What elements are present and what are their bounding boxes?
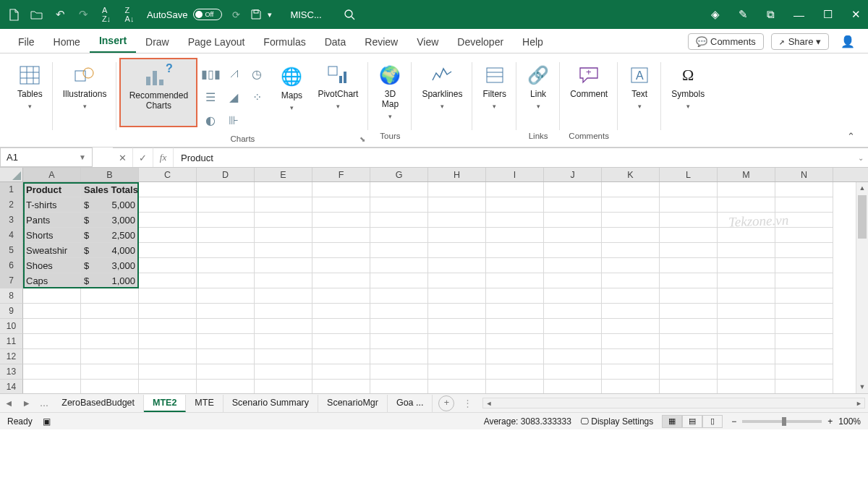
cell-G5[interactable] xyxy=(370,243,428,258)
cell-B10[interactable] xyxy=(81,319,139,334)
cell-E14[interactable] xyxy=(255,380,312,393)
row-header-12[interactable]: 12 xyxy=(0,349,23,364)
cell-F5[interactable] xyxy=(312,243,370,258)
row-header-3[interactable]: 3 xyxy=(0,213,23,228)
cell-J1[interactable] xyxy=(544,182,602,197)
zoom-in-icon[interactable]: + xyxy=(827,416,833,427)
select-all-corner[interactable] xyxy=(0,168,23,181)
cancel-formula-icon[interactable]: ✕ xyxy=(113,147,133,167)
cell-A6[interactable]: Shoes xyxy=(23,258,81,273)
cell-C10[interactable] xyxy=(139,319,197,334)
cell-D10[interactable] xyxy=(197,319,255,334)
cell-A2[interactable]: T-shirts xyxy=(23,197,81,213)
cell-I6[interactable] xyxy=(486,258,544,273)
sheet-tab-scenariomgr[interactable]: ScenarioMgr xyxy=(318,395,388,412)
formula-input[interactable]: Product ⌄ xyxy=(174,147,868,167)
cell-D3[interactable] xyxy=(197,213,255,228)
cell-H3[interactable] xyxy=(428,213,486,228)
scroll-up-icon[interactable]: ▲ xyxy=(856,182,868,194)
tab-data[interactable]: Data xyxy=(315,32,356,53)
cell-D7[interactable] xyxy=(197,273,255,288)
tab-file[interactable]: File xyxy=(9,32,44,53)
cell-A5[interactable]: Sweatshir xyxy=(23,243,81,258)
cell-E2[interactable] xyxy=(255,197,312,213)
cell-C11[interactable] xyxy=(139,334,197,349)
cell-N11[interactable] xyxy=(775,334,833,349)
cell-M14[interactable] xyxy=(718,380,775,393)
col-header-C[interactable]: C xyxy=(139,168,197,181)
cell-M9[interactable] xyxy=(718,304,775,319)
cell-F9[interactable] xyxy=(312,304,370,319)
cell-F7[interactable] xyxy=(312,273,370,288)
cell-G6[interactable] xyxy=(370,258,428,273)
zoom-out-icon[interactable]: − xyxy=(731,416,736,427)
minimize-icon[interactable]: — xyxy=(793,9,804,21)
cell-J11[interactable] xyxy=(544,334,602,349)
cell-C1[interactable] xyxy=(139,182,197,197)
cell-A11[interactable] xyxy=(23,334,81,349)
search-icon[interactable] xyxy=(344,9,357,20)
cell-I7[interactable] xyxy=(486,273,544,288)
cell-K4[interactable] xyxy=(602,228,660,243)
scroll-thumb[interactable] xyxy=(858,195,867,239)
cell-E7[interactable] xyxy=(255,273,312,288)
cell-N1[interactable] xyxy=(775,182,833,197)
cell-I10[interactable] xyxy=(486,319,544,334)
row-header-8[interactable]: 8 xyxy=(0,288,23,304)
insert-function-icon[interactable]: fx xyxy=(153,147,174,167)
cell-L11[interactable] xyxy=(660,334,718,349)
cell-C3[interactable] xyxy=(139,213,197,228)
cell-I4[interactable] xyxy=(486,228,544,243)
cell-L14[interactable] xyxy=(660,380,718,393)
cell-H2[interactable] xyxy=(428,197,486,213)
charts-dialog-launcher-icon[interactable]: ⬊ xyxy=(359,135,365,143)
filters-button[interactable]: Filters ▾ xyxy=(477,59,512,126)
cell-E11[interactable] xyxy=(255,334,312,349)
cell-L5[interactable] xyxy=(660,243,718,258)
tab-insert[interactable]: Insert xyxy=(90,30,136,53)
redo-icon[interactable]: ↷ xyxy=(77,8,90,21)
col-header-A[interactable]: A xyxy=(23,168,81,181)
col-header-J[interactable]: J xyxy=(544,168,602,181)
cell-M8[interactable] xyxy=(718,288,775,304)
cell-D13[interactable] xyxy=(197,364,255,380)
col-header-H[interactable]: H xyxy=(428,168,486,181)
close-icon[interactable]: ✕ xyxy=(851,8,861,21)
sort-asc-icon[interactable]: AZ↓ xyxy=(100,8,113,21)
tab-page-layout[interactable]: Page Layout xyxy=(179,32,255,53)
collapse-ribbon-icon[interactable]: ⌃ xyxy=(841,131,861,147)
cell-B6[interactable]: 3,000 xyxy=(81,258,139,273)
sort-desc-icon[interactable]: ZA↓ xyxy=(123,8,136,21)
name-box[interactable]: A1 ▼ xyxy=(0,147,93,167)
cell-J9[interactable] xyxy=(544,304,602,319)
link-button[interactable]: 🔗 Link ▾ xyxy=(521,59,556,126)
cell-A10[interactable] xyxy=(23,319,81,334)
cell-A13[interactable] xyxy=(23,364,81,380)
cell-M2[interactable] xyxy=(718,197,775,213)
cell-B7[interactable]: 1,000 xyxy=(81,273,139,288)
cell-C14[interactable] xyxy=(139,380,197,393)
column-chart-icon[interactable]: ▮▯▮ xyxy=(200,64,221,84)
cell-G4[interactable] xyxy=(370,228,428,243)
macro-record-icon[interactable]: ▣ xyxy=(43,416,51,427)
cell-M13[interactable] xyxy=(718,364,775,380)
tab-nav-prev-icon[interactable]: ◄ xyxy=(0,398,17,408)
cell-K5[interactable] xyxy=(602,243,660,258)
cell-E12[interactable] xyxy=(255,349,312,364)
wand-icon[interactable]: ✎ xyxy=(739,8,748,21)
cell-E10[interactable] xyxy=(255,319,312,334)
area-chart-icon[interactable]: ◢ xyxy=(224,87,244,107)
cell-B2[interactable]: 5,000 xyxy=(81,197,139,213)
col-header-K[interactable]: K xyxy=(602,168,660,181)
col-header-M[interactable]: M xyxy=(718,168,775,181)
cell-C5[interactable] xyxy=(139,243,197,258)
cell-H10[interactable] xyxy=(428,319,486,334)
confirm-formula-icon[interactable]: ✓ xyxy=(133,147,153,167)
page-layout-view-icon[interactable]: ▤ xyxy=(682,415,702,428)
cell-H13[interactable] xyxy=(428,364,486,380)
tables-button[interactable]: Tables ▾ xyxy=(12,59,48,126)
cell-C2[interactable] xyxy=(139,197,197,213)
cell-N5[interactable] xyxy=(775,243,833,258)
cell-M5[interactable] xyxy=(718,243,775,258)
cell-L2[interactable] xyxy=(660,197,718,213)
